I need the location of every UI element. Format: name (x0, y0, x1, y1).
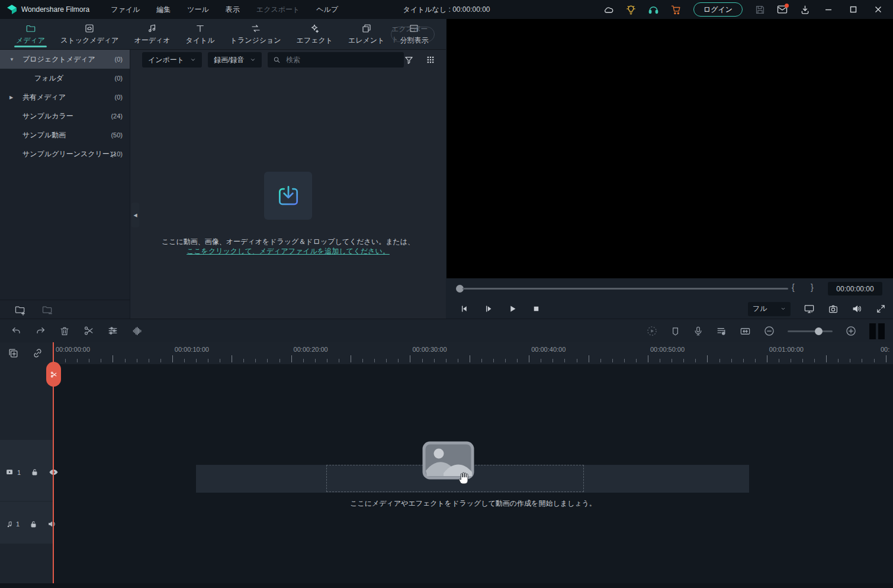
sidebar-item-count: (0) (115, 94, 123, 101)
tab-media[interactable]: メディア (8, 19, 53, 49)
sidebar-item-label: プロジェクトメディア (23, 54, 95, 65)
login-button[interactable]: ログイン (693, 2, 743, 17)
sidebar-item-sample-colors[interactable]: サンプルカラー(24) (0, 107, 130, 126)
volume-icon[interactable] (852, 303, 863, 314)
chevron-down-icon (780, 306, 786, 311)
sidebar-item-label: サンプル動画 (23, 130, 66, 140)
playhead-scissors-badge[interactable] (46, 362, 61, 387)
timeline-zoom-slider[interactable] (788, 330, 833, 332)
tab-label: タイトル (186, 36, 215, 46)
mail-badge (785, 4, 789, 8)
next-frame-icon[interactable] (483, 304, 493, 314)
left-panel: メディアストックメディアオーディオタイトルトランジションエフェクトエレメント分割… (0, 19, 446, 319)
undo-icon[interactable] (11, 325, 22, 336)
audio-waveform-icon[interactable] (131, 325, 143, 337)
play-icon[interactable] (507, 304, 518, 314)
ruler-label: 00:01:00:00 (769, 346, 804, 353)
menu-view[interactable]: 表示 (219, 2, 247, 17)
sidebar-item-count: (50) (111, 131, 123, 139)
playback-controls: フル (446, 299, 893, 319)
adjust-sliders-icon[interactable] (107, 325, 118, 336)
ruler-label: 00:00:20:00 (294, 346, 328, 353)
export-media-button[interactable]: エクスポート (391, 27, 435, 42)
split-scissors-icon[interactable] (83, 325, 94, 336)
close-icon[interactable] (868, 1, 888, 18)
tab-stock-media[interactable]: ストックメディア (53, 19, 126, 49)
tab-label: オーディオ (134, 36, 170, 46)
search-input[interactable] (285, 55, 399, 65)
menu-export[interactable]: エクスポート (249, 2, 307, 17)
zoom-slider-handle[interactable] (815, 327, 823, 335)
timeline-scrollbar-strip[interactable] (0, 583, 893, 588)
mark-in-icon[interactable]: { (792, 282, 795, 292)
scrubber-row: { } 00:00:00:00 (446, 278, 893, 299)
stop-icon[interactable] (532, 304, 541, 313)
collapse-sidebar-icon[interactable]: ◀ (131, 203, 139, 227)
menu-tools[interactable]: ツール (180, 2, 216, 17)
sidebar-item-count: (0) (115, 56, 123, 63)
preview-zoom-dropdown[interactable]: フル (748, 302, 791, 316)
tab-elements[interactable]: エレメント (341, 19, 392, 49)
sidebar-item-sample-video[interactable]: サンプル動画(50) (0, 126, 130, 144)
panel-blocks (869, 323, 885, 339)
lock-track-icon[interactable] (29, 520, 38, 529)
add-media-link[interactable]: ここをクリックして、メディアファイルを追加してください。 (130, 246, 446, 256)
snapshot-camera-icon[interactable] (828, 304, 839, 314)
tab-titles[interactable]: タイトル (178, 19, 223, 49)
filmora-app: Wondershare Filmora ファイル編集ツール表示エクスポートヘルプ… (0, 0, 893, 588)
previous-frame-icon[interactable] (459, 304, 469, 314)
sidebar-item-folder[interactable]: フォルダ(0) (0, 69, 130, 88)
sidebar-item-project-media[interactable]: ▼プロジェクトメディア(0) (0, 50, 130, 69)
timeline-ruler[interactable]: 00:00:00:0000:00:10:0000:00:20:0000:00:3… (0, 342, 893, 364)
render-preview-icon[interactable] (646, 325, 658, 337)
remove-folder-icon[interactable] (41, 304, 53, 316)
minimize-icon[interactable] (818, 1, 839, 18)
download-icon[interactable] (796, 1, 814, 18)
import-dropdown[interactable]: インポート (142, 52, 202, 68)
cloud-icon[interactable] (600, 1, 618, 18)
sidebar-item-sample-greenscreen[interactable]: サンプルグリーンスクリーン(10) (0, 144, 130, 163)
link-clips-icon[interactable] (32, 348, 43, 359)
scrubber-track[interactable] (462, 288, 788, 290)
lock-track-icon[interactable] (30, 468, 39, 477)
display-device-icon[interactable] (804, 303, 815, 314)
import-media-tile[interactable] (264, 172, 312, 220)
fit-timeline-icon[interactable] (740, 326, 751, 337)
sidebar-item-count: (0) (115, 75, 123, 82)
menu-edit[interactable]: 編集 (149, 2, 178, 17)
voiceover-mic-icon[interactable] (693, 326, 704, 336)
mail-icon[interactable] (773, 1, 791, 18)
grid-view-icon[interactable] (426, 55, 435, 65)
project-title: タイトルなし : 00:00:00:00 (403, 0, 490, 19)
expander-right-icon[interactable]: ▶ (9, 95, 13, 100)
lightbulb-icon[interactable] (622, 1, 640, 18)
save-icon[interactable] (751, 1, 769, 18)
fullscreen-icon[interactable] (876, 304, 886, 314)
mark-out-icon[interactable]: } (811, 282, 814, 292)
menu-file[interactable]: ファイル (104, 2, 147, 17)
tab-audio[interactable]: オーディオ (126, 19, 178, 49)
record-dropdown[interactable]: 録画/録音 (208, 52, 262, 68)
filter-icon[interactable] (404, 55, 414, 65)
video-preview[interactable] (446, 19, 893, 278)
delete-icon[interactable] (59, 326, 70, 336)
redo-icon[interactable] (35, 325, 46, 336)
marker-icon[interactable] (670, 326, 680, 336)
tab-transitions[interactable]: トランジション (223, 19, 289, 49)
maximize-icon[interactable] (843, 1, 863, 18)
add-folder-icon[interactable] (14, 304, 26, 316)
chevron-down-icon (190, 57, 196, 63)
sidebar-item-shared-media[interactable]: ▶共有メディア(0) (0, 88, 130, 107)
tab-effects[interactable]: エフェクト (289, 19, 341, 49)
ruler-label: 00:00:10:00 (175, 346, 209, 353)
cart-icon[interactable] (667, 1, 685, 18)
headset-icon[interactable] (645, 1, 663, 18)
tab-label: エフェクト (297, 36, 333, 46)
add-track-icon[interactable] (8, 348, 19, 359)
audio-mixer-icon[interactable] (716, 326, 727, 337)
expander-down-icon[interactable]: ▼ (9, 57, 14, 62)
zoom-in-icon[interactable] (845, 325, 857, 337)
menu-help[interactable]: ヘルプ (309, 2, 345, 17)
zoom-out-icon[interactable] (763, 325, 775, 337)
title-bar: Wondershare Filmora ファイル編集ツール表示エクスポートヘルプ… (0, 0, 893, 19)
